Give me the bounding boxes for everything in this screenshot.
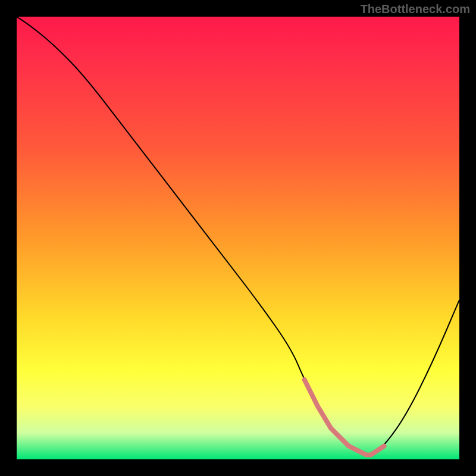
bottleneck-curve (17, 17, 459, 455)
plot-area (17, 17, 459, 459)
highlight-segment (305, 380, 384, 455)
attribution-text: TheBottleneck.com (361, 2, 470, 16)
chart-svg (17, 17, 459, 459)
